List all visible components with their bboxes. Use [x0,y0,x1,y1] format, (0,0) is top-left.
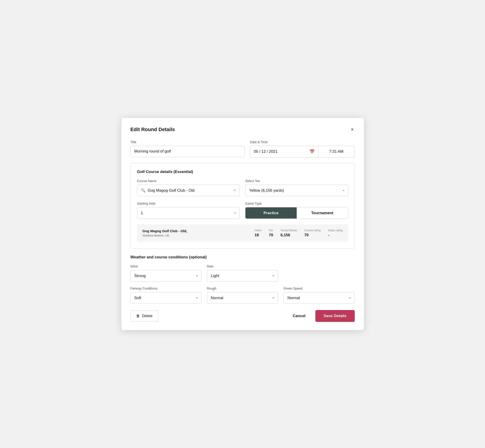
delete-button[interactable]: 🗑 Delete [130,311,158,321]
rough-value: Normal [211,296,223,300]
datetime-label: Date & Time [250,140,355,144]
modal-header: Edit Round Details × [130,126,355,133]
course-tee-row: Course Name 🔍 × Select Tee Yellow (6,156… [137,179,348,196]
datetime-group: Date & Time 05 / 12 / 2021 📅 7:31 AM [250,140,355,158]
course-rating-stat: Course rating 70 [304,229,321,237]
fairway-value: Soft [134,296,141,300]
holes-stat: Holes 18 [255,229,262,237]
starting-hole-dropdown[interactable]: 1 › [137,207,240,219]
date-time-inputs: 05 / 12 / 2021 📅 7:31 AM [250,146,355,158]
select-tee-value: Yellow (6,156 yards) [249,188,284,193]
course-info-box: Gog Magog Golf Club - Old, Shelford Bott… [137,224,348,242]
fairway-dropdown[interactable]: Soft › [130,292,202,304]
wind-group: Wind Strong › [130,264,202,282]
footer-right: Cancel Save Details [287,310,355,322]
rough-dropdown[interactable]: Normal › [207,292,278,304]
title-label: Title [130,140,244,144]
par-stat: Par 70 [269,229,273,237]
course-rating-label: Course rating [304,229,321,232]
calendar-icon: 📅 [309,149,315,154]
fairway-label: Fairway Conditions [130,287,202,290]
title-datetime-row: Title Date & Time 05 / 12 / 2021 📅 7:31 … [130,140,355,158]
slope-rating-stat: Slope rating - [328,229,342,237]
chevron-down-icon-2: › [233,212,238,214]
slope-rating-value: - [328,233,329,237]
course-name-label: Course Name [137,179,240,183]
golf-course-title: Golf Course details (Essential) [137,170,348,174]
rain-value: Light [211,274,219,278]
green-label: Green Speed [283,287,355,290]
footer-row: 🗑 Delete Cancel Save Details [130,310,355,322]
conditions-title: Weather and course conditions (optional) [130,255,355,259]
chevron-down-icon-7: › [348,297,353,299]
select-tee-group: Select Tee Yellow (6,156 yards) › [245,179,348,196]
rain-label: Rain [207,264,278,268]
green-dropdown[interactable]: Normal › [283,292,355,304]
game-type-group: Game Type Practice Tournament [245,202,348,219]
course-name-input[interactable] [148,188,231,193]
save-button[interactable]: Save Details [315,310,355,322]
green-group: Green Speed Normal › [283,287,355,304]
yards-value: 6,156 [281,233,290,237]
slope-rating-label: Slope rating [328,229,342,232]
starting-hole-value: 1 [141,211,143,215]
yards-stat: Yards(Yellow) 6,156 [281,229,297,237]
par-label: Par [269,229,273,232]
chevron-down-icon-5: › [194,297,199,299]
game-type-toggle: Practice Tournament [245,207,348,219]
close-button[interactable]: × [350,126,355,133]
chevron-down-icon-4: › [271,275,276,277]
holes-label: Holes [255,229,262,232]
course-name-group: Course Name 🔍 × [137,179,240,196]
yards-label: Yards(Yellow) [281,229,297,232]
title-input[interactable] [130,146,244,157]
fairway-rough-green-row: Fairway Conditions Soft › Rough Normal ›… [130,287,355,304]
rain-group: Rain Light › [207,264,278,282]
green-value: Normal [287,296,300,300]
trash-icon: 🗑 [136,314,140,318]
course-name-input-wrap[interactable]: 🔍 × [137,185,240,196]
hole-gametype-row: Starting Hole 1 › Game Type Practice Tou… [137,202,348,219]
chevron-down-icon-3: › [194,275,199,277]
course-info-location: Shelford Bottom, UK [143,234,248,237]
golf-course-section: Golf Course details (Essential) Course N… [130,163,355,248]
title-group: Title [130,140,244,158]
par-value: 70 [269,233,273,237]
date-value: 05 / 12 / 2021 [254,149,308,154]
course-info-name: Gog Magog Golf Club - Old, [143,229,248,233]
time-input[interactable]: 7:31 AM [318,146,355,158]
rough-label: Rough [207,287,278,290]
wind-rain-row: Wind Strong › Rain Light › [130,264,355,282]
delete-label: Delete [142,314,153,318]
edit-round-modal: Edit Round Details × Title Date & Time 0… [121,118,364,330]
date-input[interactable]: 05 / 12 / 2021 📅 [250,146,318,158]
wind-dropdown[interactable]: Strong › [130,270,202,282]
search-icon: 🔍 [141,188,146,192]
fairway-group: Fairway Conditions Soft › [130,287,202,304]
chevron-down-icon-6: › [271,297,276,299]
chevron-down-icon: › [341,190,346,191]
holes-value: 18 [255,233,259,237]
cancel-button[interactable]: Cancel [287,311,311,321]
wind-label: Wind [130,264,202,268]
course-rating-value: 70 [304,233,308,237]
practice-button[interactable]: Practice [245,207,297,218]
wind-value: Strong [134,274,146,278]
time-value: 7:31 AM [329,149,343,154]
conditions-section: Weather and course conditions (optional)… [130,255,355,304]
clear-course-button[interactable]: × [233,188,236,193]
game-type-label: Game Type [245,202,348,205]
modal-title: Edit Round Details [130,127,175,133]
select-tee-dropdown[interactable]: Yellow (6,156 yards) › [245,185,348,196]
starting-hole-label: Starting Hole [137,202,240,205]
course-name-location: Gog Magog Golf Club - Old, Shelford Bott… [143,229,248,237]
rough-group: Rough Normal › [207,287,278,304]
select-tee-label: Select Tee [245,179,348,183]
tournament-button[interactable]: Tournament [297,207,348,218]
starting-hole-group: Starting Hole 1 › [137,202,240,219]
rain-dropdown[interactable]: Light › [207,270,278,282]
